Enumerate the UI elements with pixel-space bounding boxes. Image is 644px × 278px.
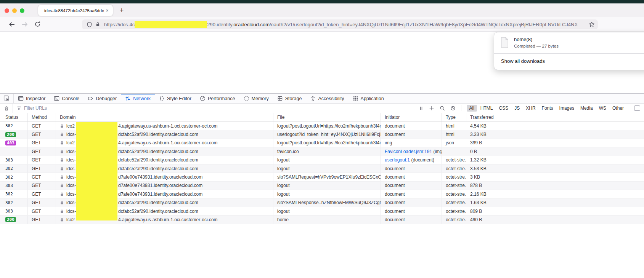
tab-label: Inspector — [26, 96, 45, 101]
method-cell: GET — [27, 182, 56, 190]
file-cell: logout — [273, 182, 381, 190]
url-prefix: https://idcs-4c — [104, 22, 135, 27]
filter-chip-other[interactable]: Other — [610, 105, 626, 112]
domain-suffix: d7afe00e743931.identity.oraclecloud.com — [118, 190, 202, 198]
status-cell: 303 — [0, 207, 27, 215]
file-cell: home — [273, 216, 381, 224]
type-cell: octet-stre… — [442, 207, 466, 215]
filter-chip-js[interactable]: JS — [512, 105, 522, 112]
inspector-icon — [18, 96, 24, 101]
column-header-transferred[interactable]: Transferred — [466, 113, 644, 121]
new-tab-button[interactable]: + — [117, 6, 126, 14]
filter-chip-html[interactable]: HTML — [478, 105, 496, 112]
devtools-tab-inspector[interactable]: Inspector — [14, 94, 50, 103]
debugger-icon — [88, 96, 93, 101]
type-cell: octet-stre… — [442, 182, 466, 190]
lock-icon — [60, 149, 64, 154]
devtools-tab-network[interactable]: Network — [121, 94, 155, 103]
back-icon[interactable] — [8, 21, 15, 28]
filter-chip-images[interactable]: Images — [557, 105, 577, 112]
devtools-tab-style-editor[interactable]: Style Editor — [155, 94, 196, 103]
initiator-cell: document — [381, 182, 442, 190]
domain-suffix: dcfabc52af290.identity.oraclecloud.com — [118, 199, 198, 207]
method-cell: GET — [27, 122, 56, 130]
block-icon[interactable] — [450, 105, 456, 111]
initiator-link[interactable]: FaviconLoader.jsm:191 — [385, 149, 432, 154]
transferred-cell: 3 KB — [466, 173, 644, 181]
browser-tab[interactable]: idcs-4c88472bb4c2475aa6ddc × — [38, 5, 113, 16]
clipped-panel-icon[interactable] — [634, 105, 640, 111]
devtools-tab-performance[interactable]: Performance — [196, 94, 239, 103]
domain-prefix: lco2 — [66, 217, 75, 222]
column-header-type[interactable]: Type — [442, 113, 466, 121]
column-header-method[interactable]: Method — [27, 113, 56, 121]
initiator-cell: document — [381, 173, 442, 181]
domain-prefix: idcs- — [66, 200, 76, 205]
devtools-tab-debugger[interactable]: Debugger — [84, 94, 121, 103]
column-header-status[interactable]: Status — [0, 113, 27, 121]
method-cell: GET — [27, 190, 56, 198]
filter-urls-input[interactable]: Filter URLs — [17, 105, 47, 111]
method-cell: GET — [27, 156, 56, 164]
reload-icon[interactable] — [34, 21, 41, 27]
devtools-tab-accessibility[interactable]: Accessibility — [306, 94, 348, 103]
status-cell: 403 — [0, 139, 27, 147]
method-cell: GET — [27, 173, 56, 181]
domain-suffix: d7afe00e743931.identity.oraclecloud.com — [118, 182, 202, 190]
devtools-tab-application[interactable]: Application — [348, 94, 388, 103]
close-window-button[interactable] — [5, 8, 9, 13]
url-redaction — [135, 21, 207, 28]
domain-prefix: idcs- — [66, 192, 76, 197]
pause-icon[interactable] — [419, 106, 424, 111]
forward-icon — [21, 21, 28, 28]
filter-chip-media[interactable]: Media — [578, 105, 596, 112]
lock-icon — [60, 192, 64, 197]
transferred-cell: 1.63 KB — [466, 199, 644, 207]
file-cell: logout?postLogoutUrl=https://lco2mfhekpb… — [273, 139, 381, 147]
devtools-tab-memory[interactable]: Memory — [239, 94, 273, 103]
url-bar[interactable]: https://idcs-4c290.identity.oraclecloud.… — [82, 19, 598, 29]
column-header-domain[interactable]: Domain — [56, 113, 273, 121]
clear-requests-icon[interactable] — [0, 104, 13, 113]
lock-icon[interactable] — [95, 22, 100, 27]
table-header-row: Status Method Domain File Initiator Type… — [0, 113, 644, 122]
devtools-tab-bar: InspectorConsoleDebuggerNetworkStyle Edi… — [0, 94, 644, 104]
filter-chip-fonts[interactable]: Fonts — [539, 105, 556, 112]
domain-suffix: 4.apigateway.us-ashburn-1.oci.customer-o… — [118, 139, 218, 147]
column-header-initiator[interactable]: Initiator — [381, 113, 442, 121]
memory-icon — [244, 96, 249, 101]
filter-chip-css[interactable]: CSS — [496, 105, 511, 112]
search-icon[interactable] — [440, 105, 445, 111]
initiator-link[interactable]: userlogout:1 — [385, 157, 410, 163]
method-cell: GET — [27, 199, 56, 207]
devtools-tab-storage[interactable]: Storage — [273, 94, 306, 103]
tab-close-icon[interactable]: × — [104, 7, 111, 14]
pick-element-icon[interactable] — [0, 94, 14, 103]
zoom-window-button[interactable] — [20, 8, 24, 13]
download-item[interactable]: home(8) Completed — 27 bytes — [494, 32, 644, 52]
bookmark-star-icon[interactable] — [589, 21, 595, 27]
transferred-cell: 4.54 KB — [466, 122, 644, 130]
domain-prefix: idcs- — [66, 166, 76, 171]
download-file-name: home(8) — [514, 37, 559, 42]
column-header-file[interactable]: File — [273, 113, 381, 121]
devtools-tab-console[interactable]: Console — [50, 94, 84, 103]
minimize-window-button[interactable] — [12, 8, 17, 13]
add-icon[interactable] — [429, 105, 434, 111]
shield-icon[interactable] — [87, 22, 92, 27]
method-cell: GET — [27, 147, 56, 155]
file-cell: logout — [273, 165, 381, 173]
initiator-cell: userlogout:1 (document) — [381, 156, 442, 164]
transferred-cell: 399 B — [466, 139, 644, 147]
tab-strip: idcs-4c88472bb4c2475aa6ddc × + — [0, 3, 644, 17]
type-cell: octet-stre… — [442, 156, 466, 164]
status-cell: 302 — [0, 122, 27, 130]
filter-chip-xhr[interactable]: XHR — [523, 105, 538, 112]
desktop-top-strip — [0, 0, 644, 3]
domain-redaction-block — [76, 122, 117, 220]
tab-label: Accessibility — [318, 96, 344, 101]
filter-chip-ws[interactable]: WS — [596, 105, 609, 112]
show-all-downloads-button[interactable]: Show all downloads — [494, 54, 644, 64]
filter-chip-all[interactable]: All — [467, 105, 477, 112]
status-cell: 200 — [0, 216, 27, 224]
